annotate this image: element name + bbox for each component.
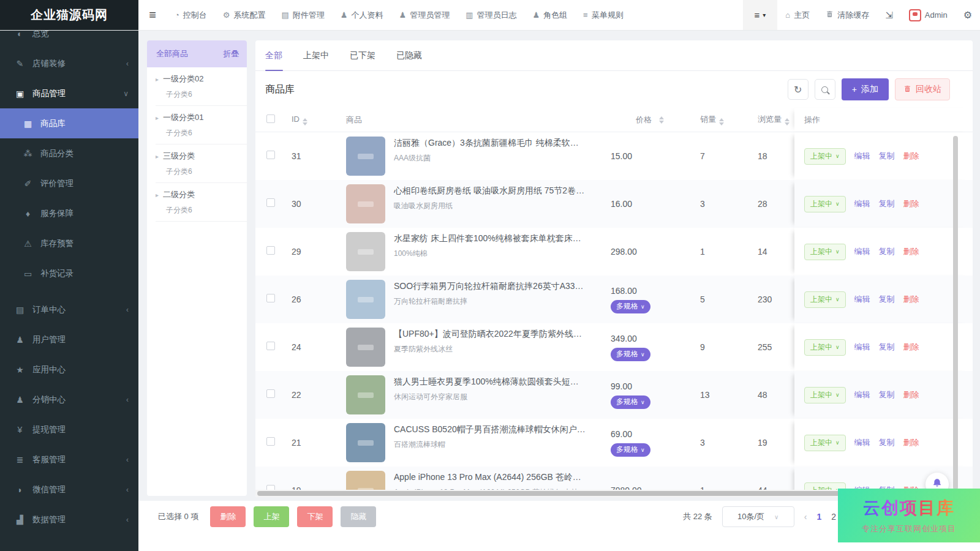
sidebar-item[interactable]: ★ 应用中心 (0, 354, 138, 384)
row-checkbox[interactable] (266, 151, 275, 159)
sidebar-item[interactable]: ◗ 微信管理 ‹ (0, 474, 138, 504)
topbar-nav-item[interactable]: ♟ 个人资料 (333, 0, 391, 30)
per-page-select[interactable]: 10条/页 ∨ (722, 506, 794, 527)
column-id[interactable]: ID (287, 114, 337, 126)
column-views[interactable]: 浏览量 (747, 114, 794, 126)
settings-button[interactable]: ⚙ (956, 0, 980, 30)
tab-all[interactable]: 全部 (265, 40, 282, 70)
row-checkbox[interactable] (266, 246, 275, 255)
bulk-put-on-shelf-button[interactable]: 上架 (254, 506, 289, 527)
multi-spec-badge[interactable]: 多规格 ∨ (611, 395, 650, 409)
bulk-hide-button[interactable]: 隐藏 (341, 506, 376, 527)
sidebar-item[interactable]: ▣ 商品管理 ∨ (0, 78, 138, 108)
sidebar-item[interactable]: ▤ 订单中心 ‹ (0, 294, 138, 324)
status-dropdown[interactable]: 上架中 ∨ (804, 291, 846, 308)
category-all-label[interactable]: 全部商品 (156, 48, 188, 59)
fullscreen-button[interactable]: ⇲ (877, 0, 901, 30)
topbar-nav-item[interactable]: ♟ 角色组 (524, 0, 575, 30)
status-dropdown[interactable]: 上架中 ∨ (804, 435, 846, 451)
multi-spec-badge[interactable]: 多规格 ∨ (611, 443, 650, 457)
edit-link[interactable]: 编辑 (854, 294, 870, 305)
edit-link[interactable]: 编辑 (854, 198, 870, 209)
row-checkbox[interactable] (266, 198, 275, 207)
product-title[interactable]: 心相印卷纸厨房卷纸 吸油吸水厨房用纸 75节2卷纸巾... (394, 186, 586, 197)
delete-link[interactable]: 删除 (903, 437, 919, 448)
product-thumbnail[interactable] (346, 184, 385, 223)
sidebar-item[interactable]: ♟ 分销中心 ‹ (0, 384, 138, 414)
bulk-take-off-shelf-button[interactable]: 下架 (297, 506, 333, 527)
tab-hidden[interactable]: 已隐藏 (396, 40, 422, 70)
expand-arrow-icon[interactable]: ▸ (156, 114, 159, 121)
column-price[interactable]: 价格 (600, 114, 689, 126)
product-thumbnail[interactable] (346, 232, 385, 271)
sidebar-item[interactable]: ▭ 补货记录 (0, 258, 138, 288)
status-dropdown[interactable]: 上架中 ∨ (804, 148, 846, 165)
sidebar-toggle-button[interactable]: ≡ (138, 0, 167, 30)
product-thumbnail[interactable] (346, 328, 385, 367)
page-button-1[interactable]: 1 (816, 512, 821, 522)
topbar-nav-item[interactable]: ▤ 附件管理 (274, 0, 333, 30)
sidebar-item[interactable]: ✐ 评价管理 (0, 168, 138, 198)
topbar-nav-item[interactable]: ◔ 控制台 (167, 0, 215, 30)
search-button[interactable] (815, 79, 835, 100)
category-item[interactable]: ▸ 一级分类01 子分类6 (156, 106, 247, 144)
expand-arrow-icon[interactable]: ▸ (156, 76, 159, 83)
product-title[interactable]: SOO行李箱男万向轮拉杆箱耐磨抗摔26英寸A330旅... (394, 281, 586, 292)
copy-link[interactable]: 复制 (879, 437, 895, 448)
delete-link[interactable]: 删除 (903, 342, 919, 353)
sidebar-item[interactable]: ✎ 店铺装修 ‹ (0, 48, 138, 78)
copy-link[interactable]: 复制 (879, 246, 895, 257)
select-all-checkbox[interactable] (266, 114, 275, 123)
product-title[interactable]: 【UPF80+】波司登防晒衣2022年夏季防紫外线冰丝... (394, 329, 586, 340)
status-dropdown[interactable]: 上架中 ∨ (804, 387, 846, 403)
refresh-button[interactable]: ↻ (788, 79, 809, 100)
copy-link[interactable]: 复制 (879, 198, 895, 209)
product-title[interactable]: 猫人男士睡衣男夏季100%纯棉薄款圆领套头短袖套... (394, 377, 586, 388)
home-button[interactable]: ⌂ 主页 (777, 0, 818, 30)
topbar-nav-item[interactable]: ▥ 管理员日志 (458, 0, 524, 30)
status-dropdown[interactable]: 上架中 ∨ (804, 244, 846, 260)
delete-link[interactable]: 删除 (903, 389, 919, 400)
page-button-2[interactable]: 2 (831, 512, 836, 522)
sidebar-item[interactable]: ¥ 提现管理 (0, 414, 138, 444)
copy-link[interactable]: 复制 (879, 151, 895, 162)
product-thumbnail[interactable] (346, 280, 385, 319)
sort-icon[interactable] (303, 118, 307, 126)
edit-link[interactable]: 编辑 (854, 389, 870, 400)
add-button[interactable]: + 添加 (842, 78, 889, 100)
topbar-nav-item[interactable]: ♟ 管理员管理 (391, 0, 458, 30)
product-thumbnail[interactable] (346, 423, 385, 462)
status-dropdown[interactable]: 上架中 ∨ (804, 339, 846, 356)
sidebar-item[interactable]: ◐ 总览 (0, 31, 138, 48)
delete-link[interactable]: 删除 (903, 151, 919, 162)
topbar-nav-item[interactable]: ⚙ 系统配置 (215, 0, 274, 30)
delete-link[interactable]: 删除 (903, 198, 919, 209)
edit-link[interactable]: 编辑 (854, 437, 870, 448)
sort-icon[interactable] (719, 118, 724, 126)
multi-spec-badge[interactable]: 多规格 ∨ (611, 348, 650, 361)
sidebar-item[interactable]: ▦ 商品库 (0, 108, 138, 138)
category-item[interactable]: ▸ 一级分类02 子分类6 (156, 67, 247, 106)
vertical-scrollbar[interactable] (953, 136, 958, 490)
bulk-delete-button[interactable]: 删除 (210, 506, 246, 527)
tab-off-shelf[interactable]: 已下架 (350, 40, 375, 70)
clear-cache-button[interactable]: 清除缓存 (818, 0, 877, 30)
sort-icon[interactable] (785, 118, 790, 126)
horizontal-scrollbar[interactable] (257, 491, 925, 496)
multi-spec-badge[interactable]: 多规格 ∨ (611, 300, 650, 313)
sidebar-item[interactable]: ♦ 服务保障 (0, 198, 138, 228)
delete-link[interactable]: 删除 (903, 246, 919, 257)
row-checkbox[interactable] (266, 342, 275, 350)
sidebar-item[interactable]: ⚠ 库存预警 (0, 228, 138, 258)
row-checkbox[interactable] (266, 389, 275, 398)
sidebar-item[interactable]: ≣ 客服管理 ‹ (0, 444, 138, 474)
product-thumbnail[interactable] (346, 375, 385, 414)
tab-on-shelf[interactable]: 上架中 (303, 40, 329, 70)
sidebar-item[interactable]: ♟ 用户管理 (0, 324, 138, 354)
product-thumbnail[interactable] (346, 137, 385, 176)
edit-link[interactable]: 编辑 (854, 151, 870, 162)
row-checkbox[interactable] (266, 437, 275, 446)
nav-overflow-dropdown[interactable]: ≡ ▾ (743, 0, 778, 30)
copy-link[interactable]: 复制 (879, 294, 895, 305)
product-title[interactable]: 水星家纺 床上四件套100%纯棉被套床单枕套床上用... (394, 233, 586, 244)
